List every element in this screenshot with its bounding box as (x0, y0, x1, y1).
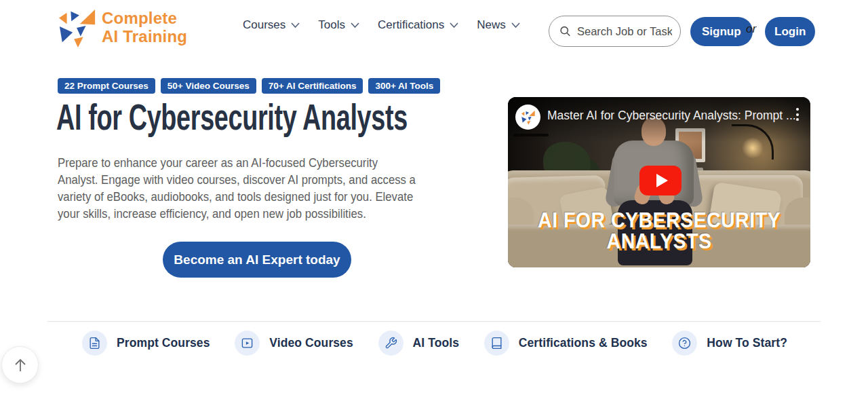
quicklink-video-courses[interactable]: Video Courses (235, 331, 353, 356)
chevron-down-icon (351, 22, 359, 28)
logo-line1: Complete (102, 9, 187, 27)
or-label: or (746, 22, 756, 36)
main-nav: Courses Tools Certifications News (243, 18, 520, 32)
chevron-down-icon (511, 22, 520, 28)
video-icon (235, 331, 260, 356)
question-circle-icon (672, 331, 697, 356)
nav-label: Certifications (378, 18, 444, 32)
page-title: AI for Cybersecurity Analysts (56, 96, 408, 138)
quicklink-prompt-courses[interactable]: Prompt Courses (82, 331, 210, 356)
logo-line2: AI Training (102, 27, 187, 45)
nav-label: Tools (318, 18, 345, 32)
youtube-video-player[interactable]: AI FOR CYBERSECURITY ANALYSTS Master AI … (508, 97, 810, 267)
nav-item-courses[interactable]: Courses (243, 18, 300, 32)
video-title-link[interactable]: Master AI for Cybersecurity Analysts: Pr… (547, 109, 796, 123)
stat-badges: 22 Prompt Courses 50+ Video Courses 70+ … (58, 78, 440, 94)
file-text-icon (82, 331, 107, 356)
nav-item-tools[interactable]: Tools (318, 18, 359, 32)
description-line: variety of eBooks, audiobooks, and tools… (58, 188, 475, 205)
badge-ai-certifications[interactable]: 70+ AI Certifications (262, 78, 363, 94)
section-divider (47, 321, 821, 322)
logo-text[interactable]: Complete AI Training (102, 9, 187, 45)
logo-triangles-icon[interactable] (58, 6, 97, 48)
book-icon (484, 331, 509, 356)
login-button[interactable]: Login (765, 17, 815, 46)
search-box[interactable] (549, 16, 681, 47)
become-expert-button[interactable]: Become an AI Expert today (163, 242, 351, 278)
quicklink-how-to-start[interactable]: How To Start? (672, 331, 787, 356)
badge-ai-tools[interactable]: 300+ AI Tools (368, 78, 440, 94)
nav-item-news[interactable]: News (477, 18, 520, 32)
quicklink-label: Certifications & Books (519, 336, 648, 350)
quicklink-label: AI Tools (413, 336, 460, 350)
description-line: Analyst. Engage with video courses, disc… (58, 171, 475, 188)
search-icon (559, 25, 571, 37)
overlay-line2: ANALYSTS (520, 231, 798, 252)
overlay-line1: AI FOR CYBERSECURITY (520, 210, 798, 231)
nav-label: News (477, 18, 506, 32)
badge-prompt-courses[interactable]: 22 Prompt Courses (58, 78, 155, 94)
nav-label: Courses (243, 18, 285, 32)
scroll-to-top-button[interactable] (1, 346, 39, 383)
quicklink-ai-tools[interactable]: AI Tools (378, 331, 460, 356)
description-line: Prepare to enhance your career as an AI-… (58, 154, 475, 171)
hero-description: Prepare to enhance your career as an AI-… (58, 154, 475, 222)
video-more-menu-icon[interactable] (791, 108, 804, 124)
quicklink-label: Video Courses (269, 336, 353, 350)
badge-video-courses[interactable]: 50+ Video Courses (161, 78, 256, 94)
quicklink-certifications-books[interactable]: Certifications & Books (484, 331, 648, 356)
channel-avatar[interactable] (515, 105, 540, 130)
chevron-down-icon (291, 22, 300, 28)
youtube-play-button[interactable] (639, 166, 682, 195)
signup-button[interactable]: Signup (690, 17, 753, 46)
arrow-up-icon (13, 357, 28, 373)
quicklink-label: How To Start? (707, 336, 787, 350)
wrench-icon (378, 331, 403, 356)
quicklink-label: Prompt Courses (117, 336, 210, 350)
nav-item-certifications[interactable]: Certifications (378, 18, 458, 32)
chevron-down-icon (450, 22, 458, 28)
play-icon (656, 174, 668, 187)
description-line: your skills, increase efficiency, and op… (58, 205, 475, 222)
search-input[interactable] (577, 25, 672, 38)
channel-logo-icon (521, 109, 536, 125)
quicklinks-row: Prompt Courses Video Courses AI Tools Ce… (82, 331, 787, 356)
thumbnail-title-overlay: AI FOR CYBERSECURITY ANALYSTS (520, 210, 798, 252)
